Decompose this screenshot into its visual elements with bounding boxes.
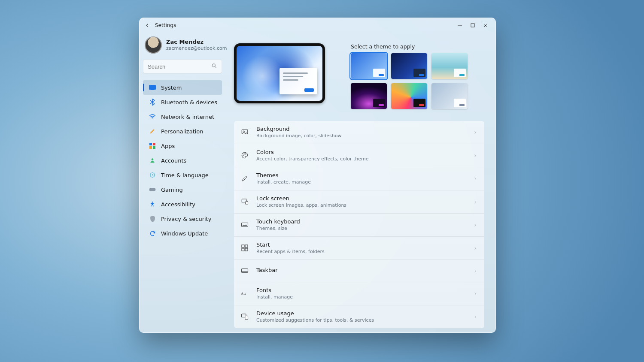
svg-rect-21 <box>242 245 244 247</box>
accessibility-icon <box>149 201 156 208</box>
pencil-icon <box>241 175 249 182</box>
row-background[interactable]: BackgroundBackground image, color, slide… <box>234 121 484 144</box>
row-title: Colors <box>256 149 465 156</box>
sidebar-item-accounts[interactable]: Accounts <box>143 153 222 168</box>
row-desc: Themes, size <box>256 226 465 231</box>
row-colors[interactable]: ColorsAccent color, transparency effects… <box>234 144 484 167</box>
keyboard-icon <box>241 221 249 229</box>
profile-name: Zac Mendez <box>166 39 227 45</box>
window-title: Settings <box>155 22 176 28</box>
row-touch-keyboard[interactable]: Touch keyboardThemes, size <box>234 213 484 236</box>
row-device-usage[interactable]: Device usageCustomized suggestions for t… <box>234 305 484 328</box>
svg-point-15 <box>243 155 244 156</box>
svg-point-9 <box>152 158 154 160</box>
palette-icon <box>241 151 249 159</box>
sidebar-item-label: Accessibility <box>161 201 195 208</box>
taskbar-icon <box>241 267 249 275</box>
sidebar-item-label: Accounts <box>161 157 186 164</box>
wifi-icon <box>149 113 156 120</box>
personalization-list: BackgroundBackground image, color, slide… <box>234 121 484 328</box>
sidebar-item-update[interactable]: Windows Update <box>143 226 222 241</box>
row-desc: Customized suggestions for tips, tools, … <box>256 317 465 323</box>
display-icon <box>149 84 156 91</box>
sidebar-item-apps[interactable]: Apps <box>143 139 222 153</box>
gamepad-icon <box>149 186 156 193</box>
sidebar-nav: System Bluetooth & devices Network & int… <box>143 80 222 241</box>
sidebar-item-privacy[interactable]: Privacy & security <box>143 211 222 226</box>
start-icon <box>241 244 249 252</box>
svg-rect-2 <box>149 85 156 90</box>
sidebar-item-system[interactable]: System <box>143 80 222 95</box>
settings-window: Settings Zac Mendez zacmendez@outlook.co… <box>139 18 496 333</box>
sidebar-item-label: Time & language <box>161 172 209 178</box>
lock-screen-icon <box>241 198 249 205</box>
chevron-right-icon <box>473 313 477 321</box>
svg-rect-0 <box>471 24 474 27</box>
close-icon <box>483 23 488 27</box>
apps-icon <box>149 142 156 149</box>
theme-option-4[interactable] <box>391 83 427 109</box>
maximize-button[interactable] <box>466 20 479 30</box>
theme-option-0[interactable] <box>351 53 387 79</box>
svg-rect-22 <box>245 245 248 247</box>
sidebar-item-label: Apps <box>161 143 175 149</box>
svg-rect-23 <box>242 248 244 251</box>
row-taskbar[interactable]: Taskbar <box>234 259 484 282</box>
sidebar: Zac Mendez zacmendez@outlook.com System … <box>140 32 225 332</box>
svg-text:A: A <box>241 292 244 296</box>
paint-icon <box>149 128 156 135</box>
chevron-right-icon <box>473 198 477 206</box>
svg-text:A: A <box>244 293 246 296</box>
sidebar-item-label: System <box>161 84 182 91</box>
sidebar-item-accessibility[interactable]: Accessibility <box>143 197 222 211</box>
back-button[interactable] <box>143 21 152 30</box>
svg-point-17 <box>246 154 246 155</box>
close-button[interactable] <box>479 20 492 30</box>
sidebar-item-label: Network & internet <box>161 114 214 120</box>
svg-rect-5 <box>149 143 152 145</box>
titlebar: Settings <box>140 18 495 32</box>
sidebar-item-label: Personalization <box>161 128 204 135</box>
row-fonts[interactable]: AA FontsInstall, manage <box>234 282 484 305</box>
theme-option-3[interactable] <box>351 83 387 109</box>
chevron-right-icon <box>473 128 477 136</box>
profile-email: zacmendez@outlook.com <box>166 45 227 51</box>
sidebar-item-personalization[interactable]: Personalization <box>143 124 222 139</box>
maximize-icon <box>471 23 475 27</box>
profile-block[interactable]: Zac Mendez zacmendez@outlook.com <box>143 35 222 57</box>
svg-rect-11 <box>149 188 156 191</box>
row-desc: Install, manage <box>256 294 465 300</box>
themes-heading: Select a theme to apply <box>351 43 484 50</box>
avatar <box>145 36 162 54</box>
row-themes[interactable]: ThemesInstall, create, manage <box>234 167 484 190</box>
sidebar-item-time-language[interactable]: Time & language <box>143 168 222 182</box>
theme-option-1[interactable] <box>391 53 427 79</box>
svg-rect-29 <box>245 316 248 320</box>
search-input[interactable] <box>148 63 217 70</box>
row-desc: Recent apps & items, folders <box>256 249 465 254</box>
theme-option-5[interactable] <box>431 83 468 109</box>
search-box[interactable] <box>143 60 222 73</box>
row-title: Background <box>256 126 465 133</box>
desktop-preview <box>234 43 325 103</box>
clock-icon <box>149 172 156 178</box>
row-desc: Accent color, transparency effects, colo… <box>256 156 465 162</box>
svg-rect-7 <box>149 146 152 149</box>
chevron-right-icon <box>473 151 477 160</box>
row-start[interactable]: StartRecent apps & items, folders <box>234 236 484 259</box>
sidebar-item-bluetooth[interactable]: Bluetooth & devices <box>143 95 222 109</box>
row-lockscreen[interactable]: Lock screenLock screen images, apps, ani… <box>234 190 484 213</box>
row-title: Taskbar <box>256 267 465 274</box>
sidebar-item-network[interactable]: Network & internet <box>143 109 222 124</box>
sidebar-item-gaming[interactable]: Gaming <box>143 182 222 197</box>
row-title: Lock screen <box>256 196 465 202</box>
theme-option-2[interactable] <box>431 53 468 79</box>
svg-point-16 <box>244 154 245 155</box>
minimize-button[interactable] <box>453 20 466 30</box>
chevron-right-icon <box>473 244 477 252</box>
chevron-right-icon <box>473 290 477 298</box>
row-title: Touch keyboard <box>256 219 465 225</box>
svg-point-1 <box>212 64 215 67</box>
chevron-right-icon <box>473 175 477 183</box>
shield-icon <box>149 215 156 222</box>
